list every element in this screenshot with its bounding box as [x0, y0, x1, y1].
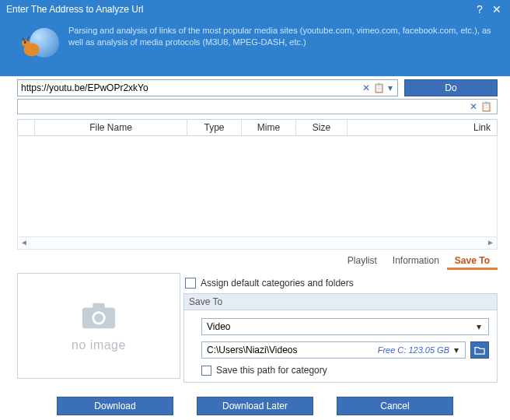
svg-point-6 [94, 313, 103, 323]
svg-rect-4 [93, 303, 104, 310]
grid-header-filename[interactable]: File Name [35, 120, 187, 135]
saveto-groupbox: Save To Video ▾ C:\Users\Niazi\Videos Fr… [183, 293, 498, 383]
grid-header-size[interactable]: Size [296, 120, 348, 135]
app-logo [16, 23, 59, 62]
no-image-label: no image [72, 338, 126, 352]
tab-save-to[interactable]: Save To [447, 253, 498, 270]
assign-label: Assign default categories and folders [201, 278, 354, 289]
clear-filter-icon[interactable]: ✕ [468, 101, 479, 112]
grid-header-mime[interactable]: Mime [242, 120, 296, 135]
filter-input-container: ✕ 📋 [17, 99, 498, 114]
grid-header-type[interactable]: Type [187, 120, 242, 135]
saveto-title: Save To [184, 294, 497, 310]
free-space-label: Free C: 123.05 GB [378, 345, 449, 355]
save-path-checkbox[interactable] [201, 366, 211, 376]
tab-information[interactable]: Information [385, 253, 447, 270]
paste-icon[interactable]: 📋 [372, 82, 386, 93]
url-input[interactable] [21, 81, 361, 95]
clear-url-icon[interactable]: ✕ [361, 82, 372, 93]
download-button[interactable]: Download [57, 397, 173, 415]
chevron-down-icon[interactable]: ▾ [473, 321, 485, 332]
browse-folder-button[interactable] [470, 341, 489, 359]
description-band: Parsing and analysis of links of the mos… [0, 19, 510, 76]
url-input-container: ✕ 📋 ▾ [17, 79, 398, 96]
scroll-left-icon[interactable]: ◄ [20, 238, 28, 247]
grid-header-link[interactable]: Link [348, 120, 497, 135]
svg-point-1 [22, 40, 30, 47]
category-combo[interactable]: Video ▾ [201, 318, 489, 335]
preview-panel: no image [17, 273, 180, 379]
action-buttons: Download Download Later Cancel [0, 383, 510, 415]
do-button[interactable]: Do [404, 79, 498, 96]
download-later-button[interactable]: Download Later [197, 397, 313, 415]
filter-input[interactable] [21, 100, 468, 113]
filter-paste-icon[interactable]: 📋 [479, 101, 494, 112]
save-path-row: Save this path for category [201, 365, 489, 376]
svg-point-2 [24, 42, 26, 44]
assign-checkbox[interactable] [185, 278, 196, 289]
grid-header-row: File Name Type Mime Size Link [17, 119, 498, 136]
results-grid: File Name Type Mime Size Link ◄ ► [17, 119, 498, 250]
assign-row: Assign default categories and folders [183, 273, 498, 293]
window-title: Enter The Address to Analyze Url [6, 4, 470, 15]
grid-body [17, 136, 498, 237]
path-value: C:\Users\Niazi\Videos [207, 345, 378, 355]
titlebar: Enter The Address to Analyze Url ? ✕ [0, 0, 510, 19]
url-dropdown-icon[interactable]: ▾ [386, 82, 394, 93]
grid-empty-area [156, 150, 358, 223]
chevron-down-icon[interactable]: ▾ [451, 345, 462, 355]
scroll-right-icon[interactable]: ► [487, 238, 494, 247]
close-icon[interactable]: ✕ [490, 3, 504, 16]
grid-scrollbar[interactable]: ◄ ► [17, 237, 498, 250]
grid-header-checkbox[interactable] [18, 120, 35, 135]
tab-playlist[interactable]: Playlist [340, 253, 385, 270]
save-path-label: Save this path for category [216, 365, 327, 376]
path-combo[interactable]: C:\Users\Niazi\Videos Free C: 123.05 GB … [201, 341, 466, 359]
category-value: Video [207, 321, 473, 332]
description-text: Parsing and analysis of links of the mos… [68, 23, 501, 62]
tab-bar: Playlist Information Save To [0, 250, 510, 270]
cancel-button[interactable]: Cancel [337, 397, 453, 415]
help-icon[interactable]: ? [473, 3, 487, 16]
camera-icon [81, 299, 117, 334]
